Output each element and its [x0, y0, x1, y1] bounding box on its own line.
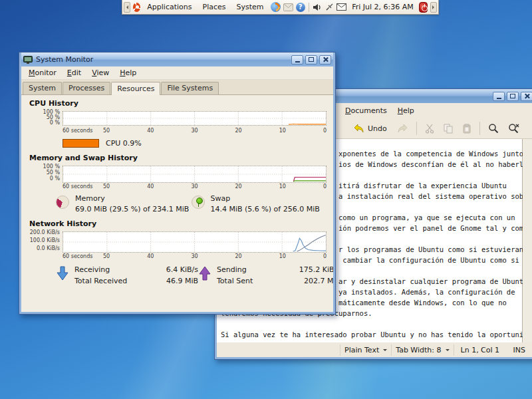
cpu-x-axis: 60 seconds50403020100 — [63, 127, 327, 134]
menu-places[interactable]: Places — [199, 1, 230, 13]
evolution-mail-icon[interactable] — [283, 1, 293, 13]
network-y-axis: 200.0 KiB/s100.0 KiB/s0.0 KiB/s — [28, 230, 63, 251]
minimize-button[interactable] — [291, 55, 303, 65]
sending-rate: 175.2 KiB/s — [293, 265, 333, 274]
memory-detail: 69.0 MiB (29.5 %) of 234.1 MiB — [75, 205, 189, 213]
total-sent-value: 202.7 MiB — [293, 277, 333, 285]
memory-pie-icon[interactable] — [56, 196, 69, 209]
minimize-button[interactable] — [493, 92, 505, 101]
system-monitor-icon — [23, 56, 33, 64]
memory-swap-heading: Memory and Swap History — [29, 154, 327, 162]
undo-icon — [353, 124, 365, 133]
cpu-history-heading: CPU History — [29, 99, 327, 108]
swap-detail: 14.4 MiB (5.6 %) of 256.0 MiB — [211, 205, 320, 213]
cpu-legend-label: CPU 0.9% — [106, 139, 142, 148]
desktop: Applications Places System ? Fri Jul 2, … — [0, 0, 532, 399]
menu-documents[interactable]: Documents — [340, 104, 392, 117]
system-monitor-titlebar[interactable]: System Monitor — [21, 53, 333, 66]
language-selector[interactable]: Plain Text — [340, 344, 391, 356]
ubuntu-logo-icon[interactable] — [133, 3, 141, 12]
copy-icon — [444, 124, 453, 134]
memory-x-axis: 60 seconds50403020100 — [63, 183, 327, 190]
memory-label: Memory — [75, 194, 189, 203]
window-title: System Monitor — [36, 55, 93, 64]
cpu-y-axis: 100 %50 %0 % — [28, 110, 63, 126]
cut-button[interactable] — [422, 122, 438, 136]
paste-button[interactable] — [459, 122, 475, 136]
replace-button[interactable] — [505, 121, 523, 136]
paste-icon — [462, 124, 471, 134]
tab-file-systems[interactable]: File Systems — [161, 82, 219, 94]
text-line — [221, 319, 523, 329]
sending-label: Sending — [217, 265, 290, 274]
toolbar-separator — [416, 122, 417, 135]
receiving-rate: 6.4 KiB/s — [150, 265, 198, 274]
network-history-chart — [63, 231, 327, 253]
system-monitor-window: System Monitor Monitor Edit View Help Sy… — [19, 52, 336, 315]
total-sent-label: Total Sent — [217, 277, 290, 285]
menu-system[interactable]: System — [232, 1, 267, 13]
sending-arrow-icon — [199, 266, 211, 281]
search-replace-icon — [508, 123, 520, 134]
insert-mode-indicator: INS — [513, 346, 525, 354]
panel-separator — [309, 3, 309, 12]
total-received-value: 46.9 MiB — [150, 277, 198, 285]
network-history-heading: Network History — [29, 219, 327, 228]
receiving-arrow-icon — [57, 266, 68, 281]
firefox-icon[interactable] — [271, 2, 281, 12]
search-icon — [488, 123, 499, 134]
top-panel: Applications Places System ? Fri Jul 2, … — [122, 0, 439, 15]
close-button[interactable] — [521, 92, 532, 101]
chevron-down-icon — [383, 349, 387, 353]
gedit-statusbar: Plain Text Tab Width: 8 Ln 1, Col 1 INS — [217, 342, 532, 357]
tab-strip: System Processes Resources File Systems — [21, 80, 333, 95]
volume-icon[interactable] — [313, 1, 322, 13]
clock[interactable]: Fri Jul 2, 6:36 AM — [349, 3, 416, 11]
chevron-down-icon — [446, 349, 450, 353]
total-received-label: Total Received — [74, 277, 148, 285]
text-line: o, simplemente, no quieres dejar de usar… — [221, 340, 523, 342]
text-line: Si alguna vez te ha interesado probar Ub… — [221, 329, 523, 340]
resources-panel: CPU History 100 %50 %0 % 60 seconds50403… — [21, 95, 333, 312]
mail-icon[interactable] — [336, 1, 346, 13]
help-icon[interactable]: ? — [296, 3, 305, 12]
menu-help[interactable]: Help — [393, 104, 419, 117]
panel-scroll-left-icon[interactable] — [124, 2, 130, 13]
network-x-axis: 60 seconds50403020100 — [63, 253, 327, 260]
cpu-history-chart — [63, 111, 327, 126]
swap-pie-icon[interactable] — [192, 196, 205, 209]
cursor-position: Ln 1, Col 1 — [454, 344, 513, 356]
cpu-color-swatch[interactable] — [63, 139, 99, 148]
copy-button[interactable] — [440, 122, 456, 136]
find-button[interactable] — [485, 121, 502, 136]
menu-help[interactable]: Help — [115, 68, 141, 78]
swap-label: Swap — [211, 194, 320, 203]
undo-button[interactable]: Undo — [350, 122, 390, 135]
tab-width-selector[interactable]: Tab Width: 8 — [391, 344, 453, 356]
network-icon[interactable] — [325, 1, 334, 13]
maximize-button[interactable] — [507, 92, 519, 101]
system-monitor-menubar: Monitor Edit View Help — [21, 66, 333, 80]
tab-processes[interactable]: Processes — [63, 82, 110, 94]
power-button[interactable] — [419, 2, 428, 13]
menu-applications[interactable]: Applications — [143, 1, 196, 13]
maximize-button[interactable] — [305, 55, 317, 65]
redo-icon — [396, 124, 408, 133]
memory-history-chart — [63, 166, 327, 183]
scissors-icon — [425, 124, 434, 134]
close-button[interactable] — [319, 55, 331, 65]
toolbar-separator — [479, 122, 480, 135]
menu-edit[interactable]: Edit — [63, 68, 86, 78]
tab-system[interactable]: System — [23, 82, 62, 94]
menu-monitor[interactable]: Monitor — [24, 68, 61, 78]
redo-button[interactable] — [393, 122, 412, 135]
tab-resources[interactable]: Resources — [111, 82, 160, 95]
memory-y-axis: 100 %50 %0 % — [28, 164, 63, 182]
receiving-label: Receiving — [74, 265, 148, 274]
menu-view[interactable]: View — [87, 68, 114, 78]
panel-scroll-right-icon[interactable] — [430, 2, 437, 13]
